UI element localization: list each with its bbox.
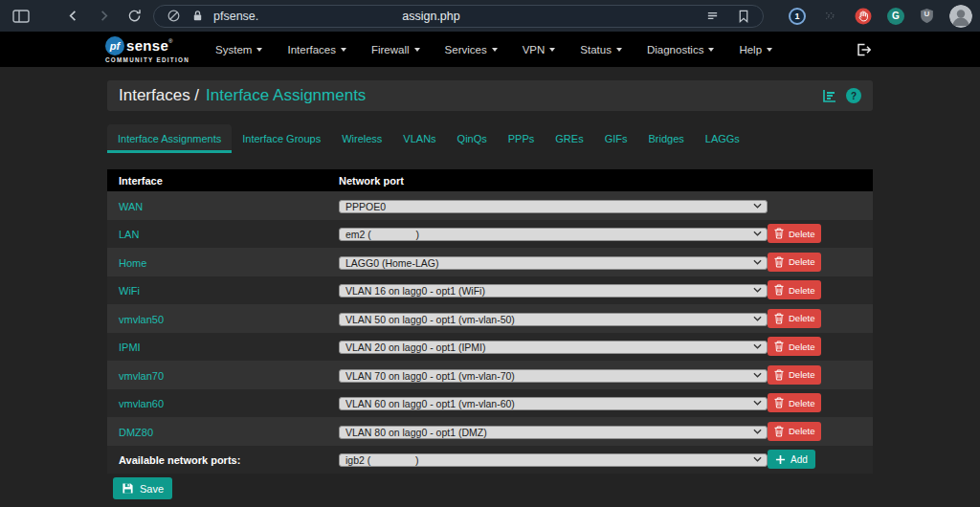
tab-bridges[interactable]: Bridges <box>637 124 694 153</box>
lock-icon[interactable] <box>188 7 207 26</box>
shield-extension-icon[interactable]: U <box>919 8 935 24</box>
menu-status[interactable]: Status <box>568 32 635 67</box>
pfsense-navbar: pf sense ® COMMUNITY EDITION System Inte… <box>0 32 980 67</box>
delete-button[interactable]: Delete <box>768 422 821 441</box>
tab-vlans[interactable]: VLANs <box>392 124 446 153</box>
menu-diagnostics[interactable]: Diagnostics <box>635 32 726 67</box>
reload-icon[interactable] <box>124 7 144 26</box>
chevron-down-icon <box>414 48 420 52</box>
breadcrumb-parent: Interfaces / <box>119 86 199 105</box>
menu-interfaces[interactable]: Interfaces <box>275 32 359 67</box>
help-icon[interactable]: ? <box>846 88 861 103</box>
tab-interface-groups[interactable]: Interface Groups <box>232 124 331 153</box>
interface-link-home[interactable]: Home <box>119 257 146 269</box>
table-row: WAN PPPOE0 <box>107 191 873 220</box>
interface-link-dmz80[interactable]: DMZ80 <box>119 427 153 438</box>
forward-icon[interactable] <box>94 7 113 26</box>
tab-gifs[interactable]: GIFs <box>594 124 638 153</box>
pfsense-logo-text: sense <box>126 37 168 54</box>
breadcrumb-current: Interface Assignments <box>206 86 366 105</box>
pfsense-logo-circle: pf <box>105 36 124 55</box>
page-content: Interfaces / Interface Assignments ? Int… <box>107 80 873 499</box>
breadcrumb: Interfaces / Interface Assignments ? <box>107 80 873 111</box>
delete-button[interactable]: Delete <box>768 393 821 412</box>
available-ports-label: Available network ports: <box>119 454 240 466</box>
table-row: WiFi VLAN 16 on lagg0 - opt1 (WiFi) Dele… <box>107 276 873 305</box>
adblock-hand-icon[interactable] <box>854 7 873 26</box>
bookmark-icon[interactable] <box>734 7 753 26</box>
delete-button[interactable]: Delete <box>768 224 821 243</box>
tab-qinqs[interactable]: QinQs <box>447 124 498 153</box>
interface-link-wifi[interactable]: WiFi <box>119 285 140 297</box>
main-menu: System Interfaces Firewall Services VPN … <box>203 32 785 67</box>
delete-button[interactable]: Delete <box>768 253 821 272</box>
chevron-down-icon <box>256 48 262 52</box>
interface-link-vmvlan60[interactable]: vmvlan60 <box>119 398 164 409</box>
table-row: IPMI VLAN 20 on lagg0 - opt1 (IPMI) Dele… <box>107 333 873 362</box>
chevron-down-icon <box>549 48 555 52</box>
menu-system[interactable]: System <box>203 32 275 67</box>
available-ports-select: igb2 ( ) <box>339 451 768 467</box>
menu-help[interactable]: Help <box>726 32 785 67</box>
network-port-select-dmz80: VLAN 80 on lagg0 - opt1 (DMZ) <box>339 423 768 439</box>
table-row: LAN em2 ( ) Delete <box>107 220 873 249</box>
delete-button[interactable]: Delete <box>768 365 821 385</box>
url-bar[interactable]: pfsense. assign.php <box>153 5 764 28</box>
save-button[interactable]: Save <box>113 477 172 499</box>
interface-link-vmvlan70[interactable]: vmvlan70 <box>119 370 164 382</box>
grammarly-extension-icon[interactable]: G <box>887 8 904 25</box>
network-port-select-wan: PPPOE0 <box>339 197 768 213</box>
chevron-down-icon <box>492 48 498 52</box>
table-row: vmvlan70 VLAN 70 on lagg0 - opt1 (vm-vla… <box>107 361 873 389</box>
delete-button[interactable]: Delete <box>768 337 821 356</box>
available-ports-row: Available network ports: igb2 ( ) Add <box>107 446 873 474</box>
table-row: vmvlan60 VLAN 60 on lagg0 - opt1 (vm-vla… <box>107 389 873 418</box>
interface-link-wan[interactable]: WAN <box>119 201 143 212</box>
onepassword-extension-icon[interactable]: 1 <box>789 8 806 25</box>
tab-gres[interactable]: GREs <box>545 124 593 153</box>
sidebar-toggle-icon[interactable] <box>11 7 31 26</box>
registered-mark: ® <box>168 38 172 44</box>
interface-link-ipmi[interactable]: IPMI <box>119 342 141 353</box>
network-port-select-vmvlan70: VLAN 70 on lagg0 - opt1 (vm-vlan-70) <box>339 366 768 383</box>
header-network-port: Network port <box>339 175 768 187</box>
menu-firewall[interactable]: Firewall <box>359 32 433 67</box>
chevron-down-icon <box>767 48 772 52</box>
tracking-protection-icon[interactable] <box>164 7 183 26</box>
interface-link-vmvlan50[interactable]: vmvlan50 <box>119 314 164 325</box>
tab-laggs[interactable]: LAGGs <box>695 124 750 153</box>
tab-bar: Interface Assignments Interface Groups W… <box>107 124 873 153</box>
delete-button[interactable]: Delete <box>768 309 821 328</box>
pfsense-logo[interactable]: pf sense ® COMMUNITY EDITION <box>105 36 189 63</box>
tab-interface-assignments[interactable]: Interface Assignments <box>107 124 232 153</box>
menu-vpn[interactable]: VPN <box>510 32 568 67</box>
network-port-select-home: LAGG0 (Home-LAG) <box>339 254 768 270</box>
network-port-select-vmvlan50: VLAN 50 on lagg0 - opt1 (vm-vlan-50) <box>339 310 768 326</box>
network-port-select-ipmi: VLAN 20 on lagg0 - opt1 (IPMI) <box>339 338 768 354</box>
delete-button[interactable]: Delete <box>768 280 821 299</box>
chevron-down-icon <box>341 48 346 52</box>
table-row: vmvlan50 VLAN 50 on lagg0 - opt1 (vm-vla… <box>107 304 873 333</box>
table-header: Interface Network port <box>107 169 873 191</box>
url-page: assign.php <box>402 10 459 23</box>
shield-extension-letter: U <box>919 10 935 18</box>
browser-profile-avatar[interactable] <box>949 5 972 28</box>
network-port-select-lan: em2 ( ) <box>339 225 768 241</box>
tab-wireless[interactable]: Wireless <box>331 124 392 153</box>
add-button[interactable]: Add <box>768 450 815 469</box>
chevron-down-icon <box>708 48 714 52</box>
logout-icon[interactable] <box>856 42 871 57</box>
network-port-select-wifi: VLAN 16 on lagg0 - opt1 (WiFi) <box>339 281 768 298</box>
reader-mode-icon[interactable] <box>702 7 722 26</box>
table-row: DMZ80 VLAN 80 on lagg0 - opt1 (DMZ) Dele… <box>107 417 873 446</box>
chevron-down-icon <box>616 48 622 52</box>
status-log-icon[interactable] <box>822 89 837 102</box>
interface-link-lan[interactable]: LAN <box>119 229 139 240</box>
header-interface: Interface <box>107 175 339 187</box>
url-host: pfsense. <box>213 10 258 23</box>
back-icon[interactable] <box>63 7 82 26</box>
menu-services[interactable]: Services <box>433 32 510 67</box>
tab-ppps[interactable]: PPPs <box>498 124 546 153</box>
disabled-extension-icon[interactable] <box>820 7 839 26</box>
browser-chrome: pfsense. assign.php 1 G U <box>0 0 980 32</box>
